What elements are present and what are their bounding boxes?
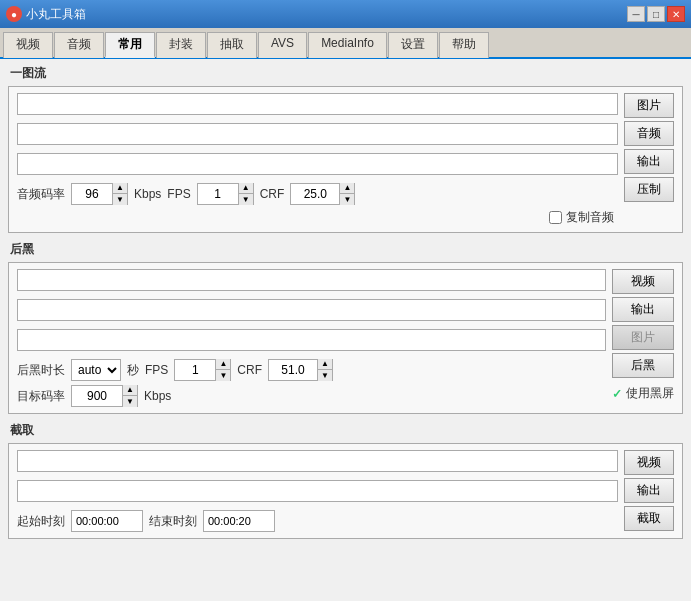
yitu-image-button[interactable]: 图片 bbox=[624, 93, 674, 118]
heihei-bitrate-spinner: ▲ ▼ bbox=[71, 385, 138, 407]
yitu-fps-down[interactable]: ▼ bbox=[239, 194, 253, 205]
clip-start-input[interactable] bbox=[71, 510, 143, 532]
yitu-bitrate-up[interactable]: ▲ bbox=[113, 183, 127, 194]
minimize-button[interactable]: ─ bbox=[627, 6, 645, 22]
tab-help[interactable]: 帮助 bbox=[439, 32, 489, 58]
yitu-audio-row bbox=[17, 123, 618, 145]
yitu-audio-input[interactable] bbox=[17, 123, 618, 145]
clip-output-button[interactable]: 输出 bbox=[624, 478, 674, 503]
heihei-output-row bbox=[17, 299, 606, 321]
heihei-bitrate-input[interactable] bbox=[72, 386, 122, 406]
heihei-video-button[interactable]: 视频 bbox=[612, 269, 674, 294]
app-title: 小丸工具箱 bbox=[26, 6, 86, 23]
tab-video[interactable]: 视频 bbox=[3, 32, 53, 58]
yitu-output-row bbox=[17, 153, 618, 175]
clip-clip-button[interactable]: 截取 bbox=[624, 506, 674, 531]
clip-start-label: 起始时刻 bbox=[17, 513, 65, 530]
heihei-crf-spinner: ▲ ▼ bbox=[268, 359, 333, 381]
main-content: 一图流 音频码 bbox=[0, 59, 691, 600]
yitu-bitrate-label: 音频码率 bbox=[17, 186, 65, 203]
heihei-fps-label: FPS bbox=[145, 363, 168, 377]
heihei-section: 后黑 后黑时长 bbox=[8, 241, 683, 414]
tab-audio[interactable]: 音频 bbox=[54, 32, 104, 58]
heihei-bitrate-unit: Kbps bbox=[144, 389, 171, 403]
heihei-output-input[interactable] bbox=[17, 299, 606, 321]
yitu-crf-label: CRF bbox=[260, 187, 285, 201]
heihei-fps-spinner: ▲ ▼ bbox=[174, 359, 231, 381]
yitu-copyaudio-row: 复制音频 bbox=[17, 209, 614, 226]
heihei-buttons: 视频 输出 图片 后黑 ✓ 使用黑屏 bbox=[612, 269, 674, 407]
tab-settings[interactable]: 设置 bbox=[388, 32, 438, 58]
heihei-crf-input[interactable] bbox=[269, 360, 317, 380]
heihei-bitrate-up[interactable]: ▲ bbox=[123, 385, 137, 396]
yitu-audio-button[interactable]: 音频 bbox=[624, 121, 674, 146]
heihei-black-button[interactable]: 后黑 bbox=[612, 353, 674, 378]
yitu-bitrate-spinner: ▲ ▼ bbox=[71, 183, 128, 205]
heihei-image-row bbox=[17, 329, 606, 351]
heihei-image-input[interactable] bbox=[17, 329, 606, 351]
clip-time-row: 起始时刻 结束时刻 bbox=[17, 510, 618, 532]
tab-bar: 视频 音频 常用 封装 抽取 AVS MediaInfo 设置 帮助 bbox=[0, 28, 691, 59]
heihei-bitrate-row: 目标码率 ▲ ▼ Kbps bbox=[17, 385, 606, 407]
yitu-crf-up[interactable]: ▲ bbox=[340, 183, 354, 194]
tab-mediainfo[interactable]: MediaInfo bbox=[308, 32, 387, 58]
heihei-duration-row: 后黑时长 auto 1 2 3 5 秒 FPS bbox=[17, 359, 606, 381]
tab-avs[interactable]: AVS bbox=[258, 32, 307, 58]
heihei-title: 后黑 bbox=[8, 241, 683, 258]
clip-end-input[interactable] bbox=[203, 510, 275, 532]
heihei-crf-up[interactable]: ▲ bbox=[318, 359, 332, 370]
app-icon: ● bbox=[6, 6, 22, 22]
yitu-bitrate-input[interactable] bbox=[72, 184, 112, 204]
yitu-copyaudio-label: 复制音频 bbox=[566, 209, 614, 226]
heihei-crf-label: CRF bbox=[237, 363, 262, 377]
heihei-fps-input[interactable] bbox=[175, 360, 215, 380]
tab-common[interactable]: 常用 bbox=[105, 32, 155, 58]
heihei-crf-down[interactable]: ▼ bbox=[318, 370, 332, 381]
clip-end-label: 结束时刻 bbox=[149, 513, 197, 530]
heihei-checkmark-icon: ✓ bbox=[612, 387, 622, 401]
yitu-section: 一图流 音频码 bbox=[8, 65, 683, 233]
clip-output-input[interactable] bbox=[17, 480, 618, 502]
yitu-image-input[interactable] bbox=[17, 93, 618, 115]
heihei-video-row bbox=[17, 269, 606, 291]
heihei-image-button[interactable]: 图片 bbox=[612, 325, 674, 350]
heihei-duration-select[interactable]: auto 1 2 3 5 bbox=[71, 359, 121, 381]
heihei-video-input[interactable] bbox=[17, 269, 606, 291]
heihei-fps-down[interactable]: ▼ bbox=[216, 370, 230, 381]
heihei-useblack-label: 使用黑屏 bbox=[626, 385, 674, 402]
tab-extract[interactable]: 抽取 bbox=[207, 32, 257, 58]
yitu-controls-row: 音频码率 ▲ ▼ Kbps FPS bbox=[17, 183, 618, 205]
yitu-buttons: 图片 音频 输出 压制 bbox=[624, 93, 674, 226]
yitu-bitrate-unit: Kbps bbox=[134, 187, 161, 201]
yitu-output-button[interactable]: 输出 bbox=[624, 149, 674, 174]
yitu-compress-button[interactable]: 压制 bbox=[624, 177, 674, 202]
yitu-title: 一图流 bbox=[8, 65, 683, 82]
yitu-fps-up[interactable]: ▲ bbox=[239, 183, 253, 194]
clip-buttons: 视频 输出 截取 bbox=[624, 450, 674, 532]
clip-title: 截取 bbox=[8, 422, 683, 439]
yitu-crf-down[interactable]: ▼ bbox=[340, 194, 354, 205]
yitu-crf-spinner: ▲ ▼ bbox=[290, 183, 355, 205]
tab-mux[interactable]: 封装 bbox=[156, 32, 206, 58]
heihei-output-button[interactable]: 输出 bbox=[612, 297, 674, 322]
yitu-fps-label: FPS bbox=[167, 187, 190, 201]
yitu-output-input[interactable] bbox=[17, 153, 618, 175]
clip-section: 截取 起始时刻 结束时刻 bbox=[8, 422, 683, 539]
clip-video-input[interactable] bbox=[17, 450, 618, 472]
yitu-image-row bbox=[17, 93, 618, 115]
yitu-bitrate-down[interactable]: ▼ bbox=[113, 194, 127, 205]
heihei-fps-up[interactable]: ▲ bbox=[216, 359, 230, 370]
heihei-bitrate-label: 目标码率 bbox=[17, 388, 65, 405]
clip-video-button[interactable]: 视频 bbox=[624, 450, 674, 475]
yitu-crf-input[interactable] bbox=[291, 184, 339, 204]
heihei-duration-unit: 秒 bbox=[127, 362, 139, 379]
yitu-copyaudio-checkbox[interactable] bbox=[549, 211, 562, 224]
maximize-button[interactable]: □ bbox=[647, 6, 665, 22]
yitu-fps-spinner: ▲ ▼ bbox=[197, 183, 254, 205]
heihei-bitrate-down[interactable]: ▼ bbox=[123, 396, 137, 407]
yitu-fps-input[interactable] bbox=[198, 184, 238, 204]
heihei-duration-label: 后黑时长 bbox=[17, 362, 65, 379]
heihei-useblack-row: ✓ 使用黑屏 bbox=[612, 385, 674, 402]
close-button[interactable]: ✕ bbox=[667, 6, 685, 22]
window-controls: ─ □ ✕ bbox=[627, 6, 685, 22]
